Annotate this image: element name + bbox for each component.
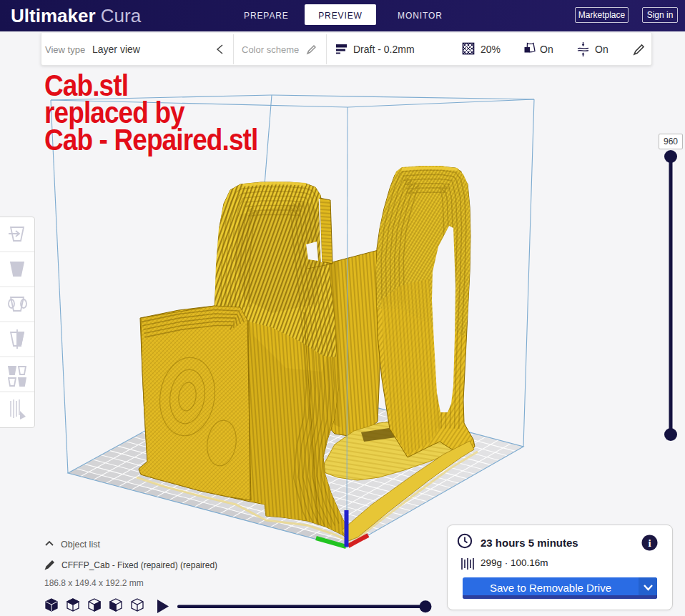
svg-text:i: i	[648, 537, 651, 549]
